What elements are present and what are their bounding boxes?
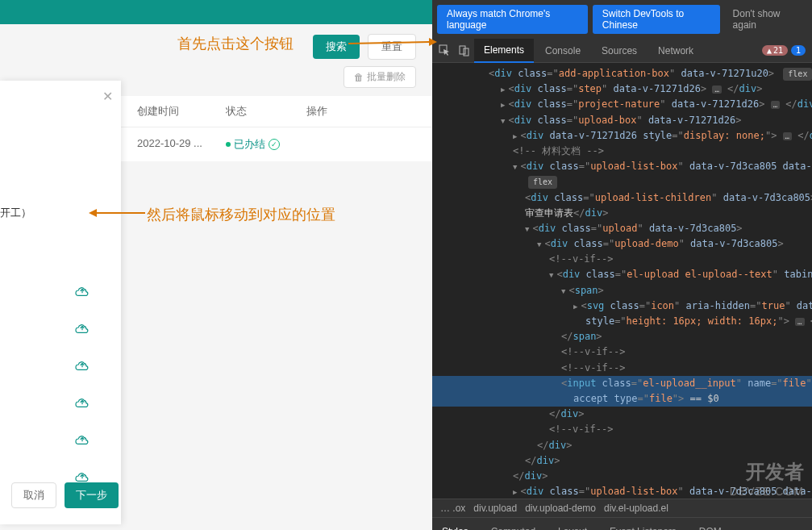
error-count: 1 [796,46,801,55]
annotation-instruction-1: 首先点击这个按钮 [177,34,294,53]
tab-dom[interactable]: DOM [689,523,731,530]
app-header [0,0,432,24]
svg-line-0 [348,42,429,44]
header-time: 创建时间 [137,104,226,119]
svg-rect-5 [460,46,465,54]
cloud-upload-icon[interactable] [74,321,90,334]
modal-label-kg: 开工） [0,206,31,220]
match-language-button[interactable]: Always match Chrome's language [437,5,588,34]
breadcrumb-item[interactable]: div.upload [473,503,517,514]
status-text: 已办结 [234,137,265,152]
dont-show-button[interactable]: Don't show again [725,5,807,34]
arrow-left-icon [89,207,145,219]
upload-icon-list [74,284,90,482]
content-area: 搜索 重置 🗑 批量删除 创建时间 状态 操作 2022-10-29 ... [0,24,432,530]
watermark-top: 开发者 [730,459,804,485]
breadcrumb-prefix[interactable]: … .ox [440,503,465,514]
web-page-pane: 搜索 重置 🗑 批量删除 创建时间 状态 操作 2022-10-29 ... [0,0,432,530]
tab-layout[interactable]: Layout [548,523,597,530]
tab-console[interactable]: Console [535,39,590,63]
dom-breadcrumb: … .ox div.upload div.upload-demo div.el-… [432,499,812,518]
tab-event-listeners[interactable]: Event Listeners [600,523,686,530]
trash-icon: 🗑 [354,72,364,83]
dom-tree[interactable]: <div class="add-application-box" data-v-… [432,63,812,499]
arrow-right-icon [348,37,437,50]
next-button[interactable]: 下一步 [65,482,119,508]
table-row: 2022-10-29 ... 已办结 ✓ [121,127,432,162]
modal-close-button[interactable]: ✕ [102,89,113,104]
cloud-upload-icon[interactable] [74,284,90,297]
device-toggle-icon[interactable] [455,42,473,60]
check-circle-icon: ✓ [269,139,280,150]
status-badge: 已办结 ✓ [226,137,306,152]
breadcrumb-item[interactable]: div.el-upload.el [604,503,668,514]
cloud-upload-icon[interactable] [74,469,90,482]
language-bar: Always match Chrome's language Switch De… [432,0,812,39]
upload-modal: ✕ 开工） [0,81,121,524]
watermark: 开发者 DEVZE.COM [730,459,804,498]
data-table: 创建时间 状态 操作 2022-10-29 ... 已办结 ✓ [121,96,432,162]
switch-chinese-button[interactable]: Switch DevTools to Chinese [593,5,720,34]
cancel-button[interactable]: 取消 [11,482,56,508]
tab-elements[interactable]: Elements [474,39,534,63]
cloud-upload-icon[interactable] [74,432,90,445]
styles-tabs: Styles Computed Layout Event Listeners D… [432,518,812,530]
tab-sources[interactable]: Sources [592,39,647,63]
tab-computed[interactable]: Computed [481,523,545,530]
table-header: 创建时间 状态 操作 [121,96,432,127]
warning-triangle-icon: ▲ [767,46,772,55]
batch-delete-button[interactable]: 🗑 批量删除 [344,66,416,88]
cell-action [306,137,355,152]
selected-dom-element[interactable]: <input class="el-upload__input" name="fi… [432,376,812,391]
warning-count: 21 [773,46,783,55]
warning-indicators: ▲ 21 1 [762,45,812,56]
svg-rect-6 [464,48,468,56]
warning-count-badge[interactable]: ▲ 21 [762,45,788,56]
svg-marker-3 [89,209,97,217]
annotation-instruction-2: 然后将鼠标移动到对应的位置 [147,205,335,224]
watermark-bottom: DEVZE.COM [730,485,804,498]
header-status: 状态 [226,104,306,119]
inspect-element-icon[interactable] [435,42,453,60]
batch-delete-label: 批量删除 [367,70,406,84]
cloud-upload-icon[interactable] [74,358,90,371]
svg-marker-1 [429,38,437,46]
cloud-upload-icon[interactable] [74,395,90,408]
breadcrumb-item[interactable]: div.upload-demo [525,503,596,514]
tab-network[interactable]: Network [648,39,703,63]
header-action: 操作 [306,104,355,119]
status-dot-icon [226,142,231,147]
devtools-pane: Always match Chrome's language Switch De… [432,0,812,530]
modal-footer: 取消 下一步 [11,482,119,508]
cell-time: 2022-10-29 ... [137,137,226,152]
tab-styles[interactable]: Styles [432,523,478,530]
devtools-tabs: Elements Console Sources Network ▲ 21 1 [432,39,812,63]
error-count-badge[interactable]: 1 [791,45,806,56]
cell-status: 已办结 ✓ [226,137,306,152]
